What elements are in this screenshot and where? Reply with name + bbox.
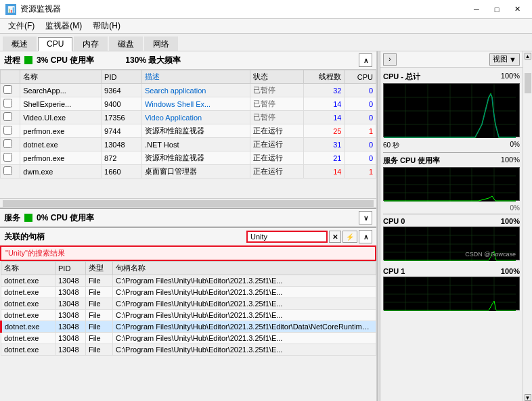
process-pid: 13048 (102, 138, 142, 151)
scrollbar-track[interactable] (525, 60, 531, 394)
handle-col-type[interactable]: 类型 (86, 262, 113, 275)
process-cpu: 0 (345, 151, 376, 165)
handle-name: dotnet.exe (1, 275, 56, 287)
menu-file[interactable]: 文件(F) (3, 19, 40, 33)
cpu1-svg (384, 277, 516, 311)
handle-section: 关联的句柄 ✕ ⚡ ∧ "Unity"的搜索结果 名称 PID 类型 (0, 227, 376, 401)
maximize-button[interactable]: □ (487, 3, 506, 16)
handle-path: C:\Program Files\Unity\Hub\Editor\2021.3… (113, 333, 376, 344)
handle-col-name[interactable]: 名称 (1, 262, 56, 275)
cpu-total-pct: 100% (501, 72, 520, 82)
service-cpu-rate: 0% CPU 使用率 (37, 212, 94, 224)
handle-row[interactable]: dotnet.exe 13048 File C:\Program Files\U… (1, 321, 376, 333)
cpu0-label: CPU 0 (383, 217, 405, 225)
close-button[interactable]: ✕ (508, 3, 527, 16)
process-name: dotnet.exe (20, 138, 102, 151)
process-collapse-button[interactable]: ∧ (359, 53, 372, 67)
process-pid: 17356 (102, 111, 142, 124)
tab-overview[interactable]: 概述 (3, 37, 37, 51)
tab-memory[interactable]: 内存 (74, 37, 108, 51)
col-header-check[interactable] (1, 70, 20, 84)
handle-collapse-button[interactable]: ∧ (359, 230, 372, 243)
process-row[interactable]: Video.UI.exe 17356 Video Application 已暂停… (1, 111, 376, 124)
handle-path: C:\Program Files\Unity\Hub\Editor\2021.3… (113, 287, 376, 298)
max-freq-label: 130% 最大频率 (125, 55, 181, 66)
process-checkbox[interactable] (1, 165, 20, 179)
search-go-button[interactable]: ⚡ (342, 231, 357, 243)
process-checkbox[interactable] (1, 124, 20, 138)
process-row[interactable]: perfmon.exe 872 资源和性能监视器 正在运行 21 0 (1, 151, 376, 165)
scrollbar-up[interactable]: ▲ (525, 53, 531, 60)
process-desc: Windows Shell Ex... (141, 97, 250, 111)
tab-cpu[interactable]: CPU (38, 37, 72, 51)
tab-network[interactable]: 网络 (144, 37, 178, 51)
handle-type: File (86, 333, 113, 344)
process-name: perfmon.exe (20, 124, 102, 138)
time-label: 60 秒 (383, 141, 399, 150)
handle-search-input[interactable] (246, 231, 328, 243)
handle-row[interactable]: dotnet.exe 13048 File C:\Program Files\U… (1, 333, 376, 344)
col-header-desc[interactable]: 描述 (141, 70, 250, 84)
handle-row[interactable]: dotnet.exe 13048 File C:\Program Files\U… (1, 298, 376, 310)
menu-help[interactable]: 帮助(H) (87, 19, 126, 33)
right-view-button[interactable]: 视图 ▼ (489, 53, 520, 66)
scrollbar-down[interactable]: ▼ (525, 394, 531, 401)
process-status: 正在运行 (250, 165, 304, 179)
handle-row[interactable]: dotnet.exe 13048 File C:\Program Files\U… (1, 344, 376, 356)
handle-row[interactable]: dotnet.exe 13048 File C:\Program Files\U… (1, 310, 376, 321)
cpu1-pct: 100% (501, 267, 520, 275)
process-row[interactable]: dotnet.exe 13048 .NET Host 正在运行 31 0 (1, 138, 376, 151)
col-header-cpu[interactable]: CPU (345, 70, 376, 84)
handle-type: File (86, 310, 113, 321)
app-icon: 📊 (5, 4, 16, 15)
process-pid: 872 (102, 151, 142, 165)
col-header-name[interactable]: 名称 (20, 70, 102, 84)
handle-col-pid[interactable]: PID (56, 262, 86, 275)
handle-row[interactable]: dotnet.exe 13048 File C:\Program Files\U… (1, 275, 376, 287)
process-checkbox[interactable] (1, 111, 20, 124)
process-row[interactable]: dwm.exe 1660 桌面窗口管理器 正在运行 14 1 (1, 165, 376, 179)
service-collapse-button[interactable]: ∨ (359, 211, 372, 225)
process-checkbox[interactable] (1, 151, 20, 165)
process-status: 已暂停 (250, 97, 304, 111)
scrollbar-thumb[interactable] (525, 73, 531, 93)
process-row[interactable]: SearchApp... 9364 Search application 已暂停… (1, 84, 376, 97)
process-hscroll[interactable] (0, 198, 376, 208)
process-checkbox[interactable] (1, 138, 20, 151)
view-label: 视图 (493, 54, 508, 64)
process-checkbox[interactable] (1, 84, 20, 97)
handle-title: 关联的句柄 (4, 231, 45, 243)
process-cpu: 0 (345, 111, 376, 124)
right-scrollbar[interactable]: ▲ ▼ (523, 51, 532, 401)
handle-row[interactable]: dotnet.exe 13048 File C:\Program Files\U… (1, 287, 376, 298)
process-name: dwm.exe (20, 165, 102, 179)
minimize-button[interactable]: ─ (467, 3, 486, 16)
process-checkbox[interactable] (1, 97, 20, 111)
col-header-threads[interactable]: 线程数 (304, 70, 345, 84)
process-status: 正在运行 (250, 138, 304, 151)
col-header-pid[interactable]: PID (102, 70, 142, 84)
handle-path: C:\Program Files\Unity\Hub\Editor\2021.3… (113, 275, 376, 287)
search-clear-button[interactable]: ✕ (329, 231, 341, 243)
process-name: SearchApp... (20, 84, 102, 97)
service-cpu-indicator (24, 214, 32, 222)
process-name: ShellExperie... (20, 97, 102, 111)
handle-type: File (86, 298, 113, 310)
handle-name: dotnet.exe (1, 298, 56, 310)
process-threads: 31 (304, 138, 345, 151)
cpu-usage-value: 0% (510, 141, 520, 150)
process-pid: 1660 (102, 165, 142, 179)
service-cpu-svg (384, 168, 516, 202)
process-row[interactable]: ShellExperie... 9400 Windows Shell Ex...… (1, 97, 376, 111)
col-header-status[interactable]: 状态 (250, 70, 304, 84)
right-nav-button[interactable]: › (383, 53, 397, 66)
view-dropdown-icon: ▼ (509, 55, 516, 64)
handle-pid: 13048 (56, 287, 86, 298)
process-cpu: 0 (345, 97, 376, 111)
handle-col-handle[interactable]: 句柄名称 (113, 262, 376, 275)
handle-type: File (86, 321, 113, 333)
handle-pid: 13048 (56, 310, 86, 321)
menu-monitor[interactable]: 监视器(M) (40, 19, 87, 33)
tab-disk[interactable]: 磁盘 (109, 37, 143, 51)
process-row[interactable]: perfmon.exe 9744 资源和性能监视器 正在运行 25 1 (1, 124, 376, 138)
